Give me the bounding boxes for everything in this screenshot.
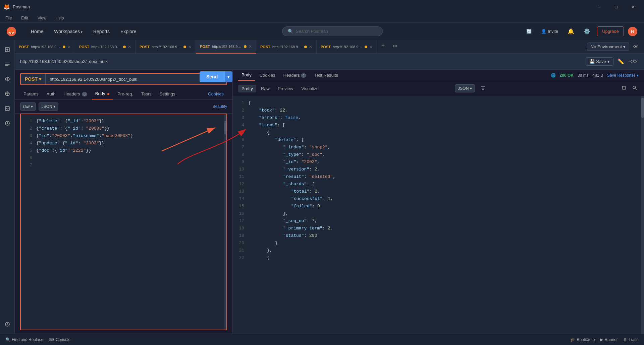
app-title: Postman bbox=[13, 4, 30, 9]
status-code: 200 OK bbox=[560, 73, 574, 78]
request-body-editor[interactable]: 1 {"delete": {"_id":"2003"}} 2 {"create"… bbox=[20, 114, 227, 330]
save-label: Save bbox=[596, 59, 606, 64]
left-sidebar bbox=[0, 40, 15, 334]
menu-help[interactable]: Help bbox=[54, 15, 66, 21]
upgrade-btn[interactable]: Upgrade bbox=[597, 26, 624, 36]
send-button[interactable]: Send bbox=[200, 71, 224, 82]
trash-btn[interactable]: 🗑 Trash bbox=[623, 337, 639, 342]
add-tab-btn[interactable]: + bbox=[377, 40, 389, 52]
tests-tab[interactable]: Tests bbox=[138, 89, 155, 99]
search-placeholder: Search Postman bbox=[296, 29, 328, 34]
runner-icon: ▶ bbox=[600, 337, 603, 342]
tab-3-close[interactable]: ✕ bbox=[188, 45, 192, 49]
tab-4-close[interactable]: ✕ bbox=[249, 44, 252, 49]
sidebar-monitors-btn[interactable] bbox=[1, 117, 13, 129]
response-scrollbar[interactable] bbox=[641, 96, 644, 334]
notification-btn[interactable]: 🔔 bbox=[565, 27, 577, 36]
beautify-btn[interactable]: Beautify bbox=[213, 104, 227, 109]
tab-6-close[interactable]: ✕ bbox=[369, 45, 373, 49]
sidebar-mockservers-btn[interactable] bbox=[1, 102, 13, 115]
json-select[interactable]: JSON ▾ bbox=[39, 102, 58, 111]
bootcamp-btn[interactable]: 🎓 Bootcamp bbox=[570, 337, 595, 342]
maximize-btn[interactable]: □ bbox=[608, 2, 624, 11]
sidebar-apis-btn[interactable] bbox=[1, 73, 13, 85]
tab-6-method: POST bbox=[321, 45, 331, 49]
tab-3[interactable]: POST http://192.168.92... ✕ bbox=[136, 40, 196, 54]
auth-tab[interactable]: Auth bbox=[43, 89, 59, 99]
tab-5[interactable]: POST http://192.168.92... ✕ bbox=[256, 40, 317, 54]
nav-items: Home Workspaces Reports Explore bbox=[26, 26, 141, 37]
edit-icon-btn[interactable]: ✏️ bbox=[616, 57, 626, 66]
code-line-3: 3 {"id":"20003","nickname":"name20003"} bbox=[24, 132, 223, 140]
resp-body-tab[interactable]: Body bbox=[238, 70, 255, 81]
nav-explore[interactable]: Explore bbox=[116, 26, 141, 37]
search-bar[interactable]: 🔍 Search Postman bbox=[141, 26, 524, 36]
save-response-btn[interactable]: Save Response ▾ bbox=[607, 73, 639, 78]
headers-tab[interactable]: Headers 8 bbox=[60, 89, 91, 99]
console-btn[interactable]: ⌨ Console bbox=[49, 337, 70, 342]
response-scrollbar-thumb[interactable] bbox=[641, 98, 644, 118]
sync-btn[interactable]: 🔄 bbox=[524, 27, 534, 35]
more-tabs-btn[interactable]: ••• bbox=[389, 40, 401, 52]
code-icon-btn[interactable]: </> bbox=[628, 57, 639, 66]
sidebar-collections-btn[interactable] bbox=[1, 58, 13, 70]
runner-btn[interactable]: ▶ Runner bbox=[600, 337, 618, 342]
resp-test-results-tab[interactable]: Test Results bbox=[311, 70, 341, 80]
nav-reports[interactable]: Reports bbox=[89, 26, 114, 37]
sidebar-environments-btn[interactable] bbox=[1, 88, 13, 100]
prereq-tab[interactable]: Pre-req. bbox=[114, 89, 137, 99]
env-settings-icon[interactable]: 👁 bbox=[632, 43, 640, 51]
send-arrow-btn[interactable]: ▾ bbox=[224, 71, 232, 82]
send-btn-container: Send ▾ bbox=[200, 71, 232, 82]
bell-icon: 🔔 bbox=[568, 28, 574, 34]
tab-5-close[interactable]: ✕ bbox=[309, 45, 312, 49]
sidebar-history-btn[interactable] bbox=[1, 318, 13, 330]
filter-icon[interactable] bbox=[479, 84, 487, 93]
method-select[interactable]: POST ▾ bbox=[21, 74, 46, 84]
search-response-btn[interactable] bbox=[631, 84, 639, 93]
find-replace-btn[interactable]: 🔍 Find and Replace bbox=[5, 337, 43, 342]
params-tab[interactable]: Params bbox=[20, 89, 42, 99]
search-input[interactable]: 🔍 Search Postman bbox=[282, 26, 383, 36]
tab-2[interactable]: POST http://192.168.92... ✕ bbox=[75, 40, 136, 54]
tab-2-close[interactable]: ✕ bbox=[128, 45, 131, 49]
resp-cookies-tab[interactable]: Cookies bbox=[256, 70, 279, 80]
tab-4-method: POST bbox=[200, 45, 210, 49]
menu-view[interactable]: View bbox=[36, 15, 48, 21]
copy-response-btn[interactable] bbox=[620, 84, 628, 93]
resp-headers-tab[interactable]: Headers 4 bbox=[280, 70, 310, 80]
body-tab[interactable]: Body bbox=[92, 88, 113, 99]
visualize-tab[interactable]: Visualize bbox=[298, 85, 322, 92]
invite-btn[interactable]: 👤 Invite bbox=[538, 27, 561, 35]
cookies-link[interactable]: Cookies bbox=[205, 89, 227, 99]
close-btn[interactable]: ✕ bbox=[625, 2, 641, 11]
env-selector[interactable]: No Environment ▾ bbox=[587, 43, 629, 51]
menu-file[interactable]: File bbox=[3, 15, 14, 21]
nav-home[interactable]: Home bbox=[26, 26, 48, 37]
editor-scrollbar-thumb[interactable] bbox=[224, 121, 226, 134]
sidebar-new-btn[interactable] bbox=[1, 44, 13, 56]
method-url-row: POST ▾ bbox=[20, 73, 227, 85]
find-replace-label: Find and Replace bbox=[12, 337, 43, 342]
tab-1-close[interactable]: ✕ bbox=[67, 45, 71, 49]
json-format-select[interactable]: JSON ▾ bbox=[455, 84, 475, 92]
raw-select[interactable]: raw ▾ bbox=[20, 102, 36, 111]
editor-scrollbar[interactable] bbox=[224, 114, 226, 330]
settings-tab[interactable]: Settings bbox=[156, 89, 178, 99]
pretty-tab[interactable]: Pretty bbox=[238, 85, 256, 92]
save-btn[interactable]: 💾 Save ▾ bbox=[586, 57, 613, 66]
tab-1[interactable]: POST http://192.168.92... ✕ bbox=[15, 40, 75, 54]
response-tabs: Body Cookies Headers 4 Test Results 🌐 20… bbox=[233, 70, 644, 81]
tab-4[interactable]: POST http://192.168.92... ✕ bbox=[196, 40, 256, 54]
nav-workspaces[interactable]: Workspaces bbox=[49, 26, 87, 37]
tab-6[interactable]: POST http://192.168.92... ✕ bbox=[317, 40, 377, 54]
globe-icon: 🌐 bbox=[551, 73, 556, 78]
menu-edit[interactable]: Edit bbox=[19, 15, 30, 21]
svg-rect-6 bbox=[623, 86, 626, 89]
minimize-btn[interactable]: – bbox=[592, 2, 607, 11]
preview-tab[interactable]: Preview bbox=[274, 85, 297, 92]
settings-btn[interactable]: ⚙️ bbox=[581, 27, 593, 36]
method-label: POST bbox=[25, 76, 38, 82]
request-subtabs: Params Auth Headers 8 Body Pre-req. Test… bbox=[15, 88, 232, 100]
raw-tab[interactable]: Raw bbox=[258, 85, 273, 92]
